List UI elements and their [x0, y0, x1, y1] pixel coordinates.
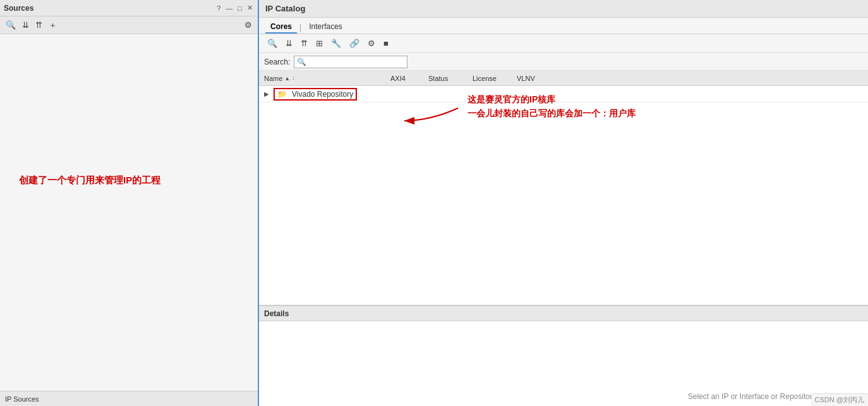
col-status-header: Status [428, 74, 473, 83]
right-tabs: Cores | Interfaces [259, 18, 868, 34]
tab-cores[interactable]: Cores [265, 21, 297, 34]
col-license-header: License [473, 74, 517, 83]
table-row[interactable]: ▶ 📁 Vivado Repository [259, 86, 868, 102]
folder-icon: 📁 [277, 90, 287, 99]
collapse-all-button[interactable]: ⇊ [20, 19, 31, 31]
sources-title: Sources [4, 4, 33, 13]
table-area: ▶ 📁 Vivado Repository [259, 86, 868, 305]
ip-catalog-content: Name ▲ 1 AXI4 Status License VLNV [259, 71, 868, 406]
square-button[interactable]: ■ [380, 37, 392, 50]
search-input[interactable] [294, 56, 407, 68]
expand-toolbar-button[interactable]: ⇈ [298, 37, 311, 50]
axi4-col-label: AXI4 [390, 75, 406, 82]
link-button[interactable]: 🔗 [346, 37, 363, 50]
right-toolbar: 🔍 ⇊ ⇈ ⊞ 🔧 🔗 ⚙ ■ [259, 34, 868, 53]
left-toolbar: 🔍 ⇊ ⇈ ＋ ⚙ [0, 16, 258, 34]
add-button[interactable]: ＋ [47, 18, 59, 32]
search-label: Search: [264, 58, 290, 66]
annotation-line2: 一会儿封装的自己写的库会加一个：用户库 [467, 106, 636, 120]
annotation-arrow-svg [398, 102, 461, 140]
details-body: Select an IP or Interface or Repository … [259, 321, 868, 406]
vivado-repository-highlight: 📁 Vivado Repository [274, 88, 357, 101]
col-axi4-header: AXI4 [390, 74, 428, 83]
table-header: Name ▲ 1 AXI4 Status License VLNV [259, 71, 868, 86]
close-icon[interactable]: ✕ [246, 3, 254, 13]
search-toolbar-button[interactable]: 🔍 [264, 37, 280, 50]
col-vlnv-header: VLNV [517, 74, 567, 83]
vlnv-col-label: VLNV [517, 75, 535, 82]
header-icons: ? — □ ✕ [215, 3, 254, 13]
left-panel: Sources ? — □ ✕ 🔍 ⇊ ⇈ ＋ ⚙ 创建了一个专门用来管理IP的… [0, 0, 259, 406]
topology-button[interactable]: ⊞ [313, 37, 326, 50]
name-col-label: Name [264, 75, 282, 82]
left-annotation: 创建了一个专门用来管理IP的工程 [19, 173, 160, 188]
vivado-repo-label: Vivado Repository [292, 90, 353, 99]
ip-sources-tab[interactable]: IP Sources [0, 391, 258, 406]
details-section: Details Select an IP or Interface or Rep… [259, 305, 868, 406]
ip-catalog-title: IP Catalog [259, 0, 868, 18]
restore-icon[interactable]: □ [236, 4, 243, 13]
sort-num-icon: 1 [292, 75, 294, 81]
minimize-icon[interactable]: — [224, 4, 234, 13]
left-panel-header: Sources ? — □ ✕ [0, 0, 258, 16]
row-name-cell: ▶ 📁 Vivado Repository [264, 88, 390, 101]
details-header: Details [259, 306, 868, 321]
settings-gear-icon[interactable]: ⚙ [243, 19, 254, 31]
collapse-toolbar-button[interactable]: ⇊ [282, 37, 296, 50]
expand-all-button[interactable]: ⇈ [33, 19, 44, 31]
tab-interfaces[interactable]: Interfaces [304, 21, 347, 34]
help-icon[interactable]: ? [215, 4, 222, 13]
status-col-label: Status [428, 75, 448, 82]
watermark: CSDN @刘丙儿 [811, 393, 868, 406]
gear-button[interactable]: ⚙ [365, 37, 378, 50]
expand-arrow[interactable]: ▶ [264, 90, 269, 97]
license-col-label: License [473, 75, 497, 82]
search-button[interactable]: 🔍 [4, 19, 18, 31]
right-panel: IP Catalog Cores | Interfaces 🔍 ⇊ ⇈ ⊞ 🔧 … [259, 0, 868, 406]
tab-separator: | [299, 23, 301, 32]
search-row: Search: [259, 53, 868, 71]
wrench-button[interactable]: 🔧 [328, 37, 344, 50]
col-name-header: Name ▲ 1 [264, 75, 390, 82]
left-content: 创建了一个专门用来管理IP的工程 [0, 34, 258, 391]
sort-icon[interactable]: ▲ [284, 75, 290, 82]
